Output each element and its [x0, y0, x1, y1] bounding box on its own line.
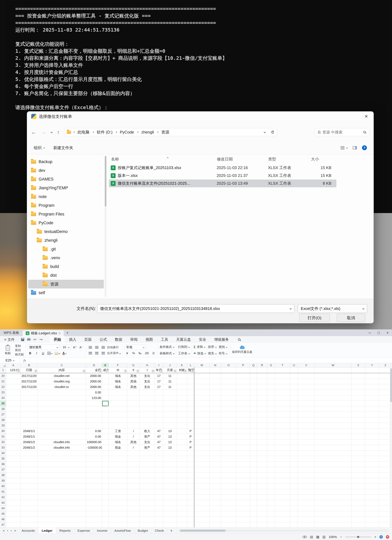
cell-F35[interactable] — [109, 456, 127, 461]
tree-item-textualDemo[interactable]: textualDemo — [28, 227, 104, 236]
cell-W47[interactable] — [315, 522, 351, 527]
cell-Q31[interactable] — [250, 434, 257, 440]
cell-Z31[interactable] — [379, 434, 390, 440]
cell-I34[interactable] — [155, 450, 163, 456]
cell-D41[interactable] — [86, 489, 102, 495]
cell-M34[interactable] — [194, 450, 210, 456]
cell-Y37[interactable] — [365, 467, 379, 473]
cell-X44[interactable] — [351, 506, 365, 511]
cell-X40[interactable] — [351, 484, 365, 489]
column-header-type[interactable]: 类型 — [266, 156, 309, 162]
align-left-button[interactable] — [88, 351, 93, 356]
currency-format-button[interactable]: ¥ — [124, 351, 130, 356]
cell-N30[interactable] — [210, 428, 221, 434]
cell-X23[interactable] — [351, 390, 365, 395]
cell-S32[interactable] — [267, 440, 275, 445]
cell-X45[interactable] — [351, 511, 365, 517]
cell-D25[interactable] — [86, 401, 102, 406]
cell-U38[interactable] — [290, 473, 298, 478]
cell-A27[interactable] — [6, 412, 20, 417]
cell-P23[interactable] — [236, 390, 250, 395]
cell-O36[interactable] — [221, 461, 236, 467]
breadcrumb-item[interactable]: zhengli — [140, 130, 155, 135]
cell-S27[interactable] — [267, 412, 275, 417]
cell-G23[interactable] — [127, 390, 140, 395]
cell-Z47[interactable] — [379, 522, 390, 527]
cell-O42[interactable] — [221, 495, 236, 500]
cell-S38[interactable] — [267, 473, 275, 478]
cell-Q37[interactable] — [250, 467, 257, 473]
cell-J42[interactable] — [163, 495, 177, 500]
view-normal-icon[interactable]: ▤ — [310, 535, 313, 539]
ribbon-tab-安全[interactable]: 安全 — [195, 336, 210, 343]
cell-J41[interactable] — [163, 489, 177, 495]
cell-V46[interactable] — [298, 517, 315, 522]
cell-J22[interactable]: 11 — [163, 384, 177, 390]
cell-A29[interactable] — [6, 423, 20, 428]
cell-F45[interactable] — [109, 511, 127, 517]
cell-M35[interactable] — [194, 456, 210, 461]
cell-I22[interactable]: 17 — [155, 384, 163, 390]
sort-button[interactable]: 排序 — [208, 344, 216, 350]
cell-J33[interactable]: 13 — [163, 445, 177, 450]
cell-H34[interactable] — [140, 450, 155, 456]
cell-P22[interactable] — [236, 384, 250, 390]
file-row[interactable]: X微信支付账单流水文件(20251021-2025...2025-11-03 1… — [109, 180, 336, 187]
cell-N22[interactable] — [210, 384, 221, 390]
cell-B37[interactable] — [20, 467, 38, 473]
cell-N38[interactable] — [210, 473, 221, 478]
column-header-P[interactable]: P — [236, 363, 250, 367]
cell-J44[interactable] — [163, 506, 177, 511]
insert-function-button[interactable]: fx — [20, 358, 30, 363]
sum-button[interactable]: Σ求和 — [194, 344, 206, 350]
cell-J32[interactable]: 13 — [163, 440, 177, 445]
cell-T40[interactable] — [275, 484, 290, 489]
cell-X36[interactable] — [351, 461, 365, 467]
cell-L44[interactable] — [187, 506, 194, 511]
cell-Z41[interactable] — [379, 489, 390, 495]
cell-G1[interactable]: II▾ — [127, 367, 140, 373]
cell-L35[interactable] — [187, 456, 194, 461]
borders-button[interactable] — [47, 351, 53, 356]
cell-P41[interactable] — [236, 489, 250, 495]
align-right-button[interactable] — [101, 351, 106, 356]
cell-M39[interactable] — [194, 478, 210, 484]
column-header-K[interactable]: K — [177, 363, 187, 367]
cell-W27[interactable] — [315, 412, 351, 417]
cell-G25[interactable] — [127, 401, 140, 406]
first-sheet-icon[interactable]: « — [1, 529, 6, 533]
cell-U40[interactable] — [290, 484, 298, 489]
cell-C32[interactable]: cloudlet.info — [38, 440, 86, 445]
cell-E27[interactable] — [102, 412, 109, 417]
cell-G37[interactable] — [127, 467, 140, 473]
cell-A37[interactable] — [6, 467, 20, 473]
cell-O22[interactable] — [221, 384, 236, 390]
cell-C38[interactable] — [38, 473, 86, 478]
tree-item-.git[interactable]: .git — [28, 245, 104, 254]
cell-F29[interactable] — [109, 423, 127, 428]
cell-A32[interactable] — [6, 440, 20, 445]
cell-O38[interactable] — [221, 473, 236, 478]
cell-P31[interactable] — [236, 434, 250, 440]
cell-X25[interactable] — [351, 401, 365, 406]
cell-B40[interactable] — [20, 484, 38, 489]
font-color-button[interactable]: A — [62, 351, 67, 356]
cell-M30[interactable] — [194, 428, 210, 434]
table-style-button[interactable]: 表格样式 — [160, 351, 174, 356]
cell-S39[interactable] — [267, 478, 275, 484]
cell-D22[interactable]: 2000.00 — [86, 384, 102, 390]
cell-I46[interactable] — [155, 517, 163, 522]
cell-O1[interactable] — [221, 367, 236, 373]
row-header-45[interactable]: 45 — [0, 511, 6, 517]
ribbon-tab-审阅[interactable]: 审阅 — [126, 336, 142, 343]
zoom-slider-thumb[interactable] — [357, 536, 359, 538]
cell-V35[interactable] — [298, 456, 315, 461]
cell-S1[interactable] — [267, 367, 275, 373]
cell-E46[interactable] — [102, 517, 109, 522]
cell-A24[interactable] — [6, 395, 20, 401]
cell-U34[interactable] — [290, 450, 298, 456]
cell-V43[interactable] — [298, 500, 315, 506]
cell-L28[interactable] — [187, 417, 194, 423]
cell-Q40[interactable] — [250, 484, 257, 489]
row-header-22[interactable]: 22 — [0, 384, 6, 390]
